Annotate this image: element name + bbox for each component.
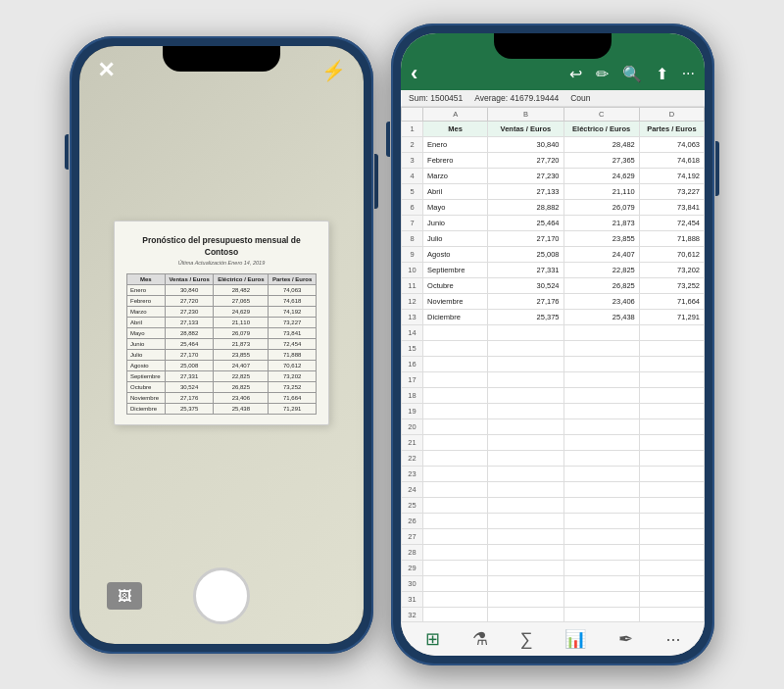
spreadsheet-cell[interactable]: 74,063 — [639, 137, 704, 153]
spreadsheet-cell[interactable]: Febrero — [423, 153, 488, 169]
spreadsheet-cell[interactable]: Junio — [423, 216, 488, 231]
spreadsheet-cell[interactable]: Julio — [423, 231, 488, 247]
spreadsheet-cell[interactable]: 71,664 — [639, 294, 704, 310]
draw-bottom-icon[interactable]: ✒ — [618, 628, 633, 650]
back-icon[interactable]: ‹ — [411, 61, 417, 86]
table-bottom-icon[interactable]: ⊞ — [425, 628, 440, 650]
empty-cell — [564, 325, 639, 341]
table-row: 23,406 — [214, 392, 269, 403]
spreadsheet-cell[interactable]: 27,365 — [564, 153, 639, 169]
spreadsheet-cell[interactable]: 30,524 — [488, 278, 564, 294]
spreadsheet-cell[interactable]: Octubre — [423, 278, 488, 294]
empty-row: 24 — [402, 482, 705, 498]
spreadsheet-cell[interactable]: 25,375 — [488, 310, 564, 325]
empty-cell — [423, 545, 488, 561]
empty-cell — [639, 514, 704, 529]
document-area: Pronóstico del presupuesto mensual de Co… — [79, 89, 364, 558]
spreadsheet-cell[interactable]: 73,841 — [639, 200, 704, 216]
spreadsheet-cell[interactable]: 23,855 — [564, 231, 639, 247]
chart-bottom-icon[interactable]: 📊 — [564, 628, 586, 650]
spreadsheet-cell[interactable]: 2 — [402, 137, 423, 153]
spreadsheet-cell[interactable]: 22,825 — [564, 263, 639, 278]
empty-cell — [488, 576, 564, 592]
spreadsheet-cell[interactable]: 74,192 — [639, 169, 704, 184]
search-icon[interactable]: 🔍 — [622, 65, 642, 83]
spreadsheet-cell[interactable]: 8 — [402, 231, 423, 247]
close-icon[interactable]: ✕ — [97, 58, 115, 83]
table-row: 25,375 — [165, 403, 214, 414]
spreadsheet-cell[interactable]: 26,825 — [564, 278, 639, 294]
spreadsheet-cell[interactable]: Septiembre — [423, 263, 488, 278]
spreadsheet-cell[interactable]: 70,612 — [639, 247, 704, 263]
empty-cell: 28 — [402, 545, 423, 561]
spreadsheet-cell[interactable]: 21,873 — [564, 216, 639, 231]
spreadsheet-cell[interactable]: 24,407 — [564, 247, 639, 263]
table-row: 6Mayo28,88226,07973,841 — [402, 200, 705, 216]
more-bottom-icon[interactable]: ··· — [665, 629, 680, 650]
spreadsheet-cell[interactable]: 25,464 — [488, 216, 564, 231]
row-num-header — [402, 108, 423, 122]
more-icon[interactable]: ··· — [682, 65, 695, 83]
empty-cell — [488, 514, 564, 529]
share-icon[interactable]: ⬆ — [656, 65, 668, 83]
empty-row: 15 — [402, 341, 705, 357]
shutter-button[interactable] — [193, 567, 250, 624]
spreadsheet-cell[interactable]: 73,202 — [639, 263, 704, 278]
empty-row: 28 — [402, 545, 705, 561]
flash-icon[interactable]: ⚡ — [321, 59, 346, 82]
gallery-icon[interactable]: 🖼 — [107, 582, 142, 610]
spreadsheet-cell[interactable]: 72,454 — [639, 216, 704, 231]
empty-cell: 23 — [402, 467, 423, 482]
spreadsheet-cell[interactable]: Marzo — [423, 169, 488, 184]
spreadsheet-cell[interactable]: 73,227 — [639, 184, 704, 200]
spreadsheet-cell[interactable]: 28,482 — [564, 137, 639, 153]
spreadsheet-cell[interactable]: Agosto — [423, 247, 488, 263]
undo-icon[interactable]: ↩ — [569, 65, 582, 83]
spreadsheet-cell[interactable]: 7 — [402, 216, 423, 231]
spreadsheet-cell[interactable]: 27,176 — [488, 294, 564, 310]
spreadsheet-cell[interactable]: 24,629 — [564, 169, 639, 184]
spreadsheet-cell[interactable]: 73,252 — [639, 278, 704, 294]
table-row: 30,524 — [165, 381, 214, 392]
spreadsheet-cell[interactable]: Diciembre — [423, 310, 488, 325]
spreadsheet-cell[interactable]: Mayo — [423, 200, 488, 216]
spreadsheet-cell[interactable]: 6 — [402, 200, 423, 216]
spreadsheet-cell[interactable]: 12 — [402, 294, 423, 310]
table-row: 4Marzo27,23024,62974,192 — [402, 169, 705, 184]
doc-title: Pronóstico del presupuesto mensual de Co… — [126, 235, 317, 257]
table-row: 72,454 — [269, 338, 317, 349]
spreadsheet-cell[interactable]: 27,230 — [488, 169, 564, 184]
spreadsheet-cell[interactable]: 26,079 — [564, 200, 639, 216]
spreadsheet-cell[interactable]: 30,840 — [488, 137, 564, 153]
spreadsheet-cell[interactable]: 23,406 — [564, 294, 639, 310]
spreadsheet-cell[interactable]: Enero — [423, 137, 488, 153]
spreadsheet-cell[interactable]: 4 — [402, 169, 423, 184]
spreadsheet-cell[interactable]: 9 — [402, 247, 423, 263]
spreadsheet-cell[interactable]: Abril — [423, 184, 488, 200]
spreadsheet-cell[interactable]: Noviembre — [423, 294, 488, 310]
spreadsheet-cell[interactable]: 27,331 — [488, 263, 564, 278]
spreadsheet-cell[interactable]: 71,291 — [639, 310, 704, 325]
spreadsheet-cell[interactable]: 10 — [402, 263, 423, 278]
spreadsheet-cell[interactable]: 11 — [402, 278, 423, 294]
empty-cell — [564, 435, 639, 451]
formula-bottom-icon[interactable]: ∑ — [520, 629, 533, 650]
spreadsheet-cell[interactable]: 21,110 — [564, 184, 639, 200]
spreadsheet-cell[interactable]: 5 — [402, 184, 423, 200]
empty-cell — [423, 357, 488, 372]
spreadsheet-cell[interactable]: 3 — [402, 153, 423, 169]
filter-bottom-icon[interactable]: ⚗ — [472, 628, 488, 650]
spreadsheet-cell[interactable]: 71,888 — [639, 231, 704, 247]
spreadsheet-cell[interactable]: 27,720 — [488, 153, 564, 169]
spreadsheet-cell[interactable]: 25,438 — [564, 310, 639, 325]
col-header-partes: Partes / Euros — [269, 273, 317, 284]
spreadsheet-cell[interactable]: 27,170 — [488, 231, 564, 247]
camera-bottom: 🖼 — [79, 558, 364, 644]
edit-icon[interactable]: ✏ — [596, 65, 609, 83]
spreadsheet-cell[interactable]: 25,008 — [488, 247, 564, 263]
spreadsheet-cell[interactable]: 13 — [402, 310, 423, 325]
spreadsheet-cell[interactable]: 74,618 — [639, 153, 704, 169]
spreadsheet-cell[interactable]: 28,882 — [488, 200, 564, 216]
empty-cell — [488, 341, 564, 357]
spreadsheet-cell[interactable]: 27,133 — [488, 184, 564, 200]
